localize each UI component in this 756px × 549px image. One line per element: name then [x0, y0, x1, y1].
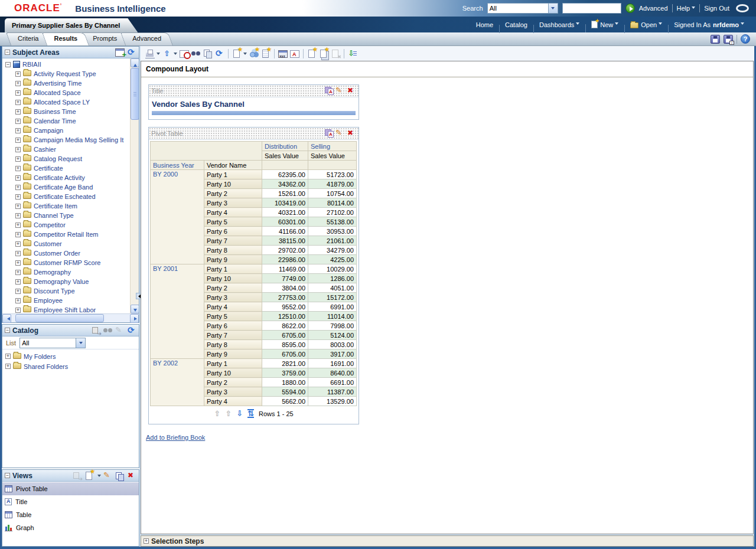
collapse-panel-icon[interactable]	[5, 50, 10, 55]
subject-area-folder[interactable]: Activity Request Type	[2, 69, 130, 79]
subject-area-folder[interactable]: Customer	[2, 239, 130, 249]
search-scope-dropdown-button[interactable]	[548, 4, 558, 13]
new-view-icon[interactable]	[84, 471, 94, 481]
expand-icon[interactable]	[15, 138, 21, 143]
subject-area-folder[interactable]: Employee	[2, 296, 130, 305]
expand-icon[interactable]	[15, 260, 21, 266]
expand-icon[interactable]	[15, 279, 21, 285]
toolbar-button[interactable]	[144, 47, 161, 60]
toolbar-button[interactable]	[178, 47, 190, 60]
catalog-folder[interactable]: Shared Folders	[2, 361, 139, 371]
expand-icon[interactable]	[5, 364, 11, 369]
row-header-vendor-name[interactable]: Vendor Name	[204, 161, 262, 170]
subject-area-folder[interactable]: Advertising Time	[2, 79, 130, 88]
toolbar-button[interactable]	[277, 47, 289, 60]
save-button[interactable]	[711, 35, 720, 44]
expand-icon[interactable]	[5, 354, 11, 359]
subject-area-folder[interactable]: Demography Value	[2, 277, 130, 286]
expand-selection-steps-icon[interactable]	[144, 538, 149, 544]
expand-icon[interactable]	[15, 298, 21, 303]
previous-page-icon[interactable]: ⇧	[225, 410, 232, 418]
expand-icon[interactable]	[15, 119, 21, 124]
expand-icon[interactable]	[15, 251, 21, 256]
edit-subject-areas-icon[interactable]	[115, 48, 125, 57]
add-to-briefing-book-link[interactable]: Add to Briefing Book	[146, 434, 205, 441]
expand-icon[interactable]	[15, 241, 21, 247]
subject-area-folder[interactable]: Certificate Escheated	[2, 192, 130, 201]
toolbar-button[interactable]	[190, 47, 202, 60]
view-list-item[interactable]: Table	[2, 508, 139, 521]
scroll-up-button[interactable]	[131, 58, 139, 67]
expand-icon[interactable]	[15, 185, 21, 190]
subject-area-root[interactable]: RBIAII	[2, 60, 130, 69]
subject-area-folder[interactable]: Calendar Time	[2, 116, 130, 126]
subject-area-folder[interactable]: Certificate	[2, 164, 130, 173]
help-menu[interactable]: Help	[677, 5, 696, 12]
expand-icon[interactable]	[15, 166, 21, 171]
subject-area-folder[interactable]: Allocated Space LY	[2, 97, 130, 107]
subject-area-folder[interactable]: Allocated Space	[2, 88, 130, 97]
subject-area-folder[interactable]: Channel Type	[2, 211, 130, 220]
toolbar-button[interactable]	[289, 47, 301, 60]
delete-view-icon[interactable]	[127, 471, 136, 481]
subject-area-folder[interactable]: Campaign Media Msg Selling It	[2, 135, 130, 145]
collapse-panel-icon[interactable]	[5, 473, 10, 478]
expand-icon[interactable]	[15, 308, 21, 313]
search-go-button[interactable]	[625, 4, 635, 13]
subject-area-folder[interactable]: Customer Order	[2, 249, 130, 258]
global-nav-item[interactable]: Signed In As nrfdemo	[668, 21, 750, 28]
subject-area-folder[interactable]: Cashier	[2, 145, 130, 154]
format-container-icon[interactable]	[324, 129, 334, 138]
scrollbar-thumb[interactable]	[15, 314, 104, 322]
subject-area-folder[interactable]: Customer RFMP Score	[2, 258, 130, 267]
help-button[interactable]	[741, 34, 750, 44]
chevron-down-icon[interactable]	[97, 475, 101, 479]
expand-icon[interactable]	[15, 109, 21, 115]
expand-icon[interactable]	[15, 128, 21, 133]
editor-tab[interactable]: Results	[47, 32, 89, 45]
subject-area-folder[interactable]: Campaign	[2, 126, 130, 135]
expand-icon[interactable]	[92, 326, 101, 335]
expand-icon[interactable]	[15, 232, 21, 237]
sidebar-collapse-handle[interactable]	[136, 293, 140, 299]
expand-icon[interactable]	[15, 81, 21, 86]
first-page-icon[interactable]: ⇧	[214, 410, 220, 418]
expand-icon[interactable]	[15, 147, 21, 152]
remove-view-icon[interactable]	[347, 129, 356, 138]
subject-area-folder[interactable]: Certificate Item	[2, 201, 130, 211]
expand-icon[interactable]	[15, 90, 21, 96]
refresh-icon[interactable]	[127, 326, 136, 335]
toolbar-button[interactable]	[231, 47, 248, 60]
toolbar-button[interactable]	[248, 47, 260, 60]
subject-area-folder[interactable]: Business Time	[2, 107, 130, 116]
subject-area-folder[interactable]: Catalog Request	[2, 154, 130, 164]
advanced-link[interactable]: Advanced	[639, 5, 668, 12]
toolbar-button[interactable]	[306, 47, 318, 60]
expand-icon[interactable]	[15, 204, 21, 209]
toolbar-button[interactable]	[202, 47, 214, 60]
view-list-item[interactable]: Graph	[2, 521, 139, 534]
expand-icon[interactable]	[15, 194, 21, 200]
toolbar-button[interactable]	[214, 47, 226, 60]
subject-area-folder[interactable]: Competitor	[2, 220, 130, 230]
expand-icon[interactable]	[15, 100, 21, 105]
catalog-list-dropdown-button[interactable]	[76, 338, 85, 348]
subject-area-folder[interactable]: Competitor Retail Item	[2, 230, 130, 239]
toolbar-button[interactable]	[330, 47, 341, 60]
column-header-selling[interactable]: Selling	[308, 142, 357, 151]
remove-view-icon[interactable]	[347, 86, 356, 96]
search-input[interactable]	[562, 3, 621, 14]
subject-area-folder[interactable]: Discount Type	[2, 286, 130, 296]
subject-area-folder[interactable]: Employee Shift Labor	[2, 305, 130, 313]
catalog-list-select[interactable]: All	[19, 338, 86, 348]
refresh-icon[interactable]	[127, 48, 136, 57]
global-nav-item[interactable]: Catalog	[499, 21, 533, 28]
column-header-distribution[interactable]: Distribution	[262, 142, 308, 151]
edit-view-icon[interactable]	[335, 86, 345, 96]
format-container-icon[interactable]	[324, 86, 334, 96]
subject-area-folder[interactable]: Demography	[2, 267, 130, 277]
document-tab[interactable]: Primary Supplier Sales By Channel	[5, 18, 138, 32]
horizontal-scrollbar[interactable]	[2, 313, 139, 322]
duplicate-view-icon[interactable]	[115, 471, 125, 481]
expand-icon[interactable]	[15, 175, 21, 181]
